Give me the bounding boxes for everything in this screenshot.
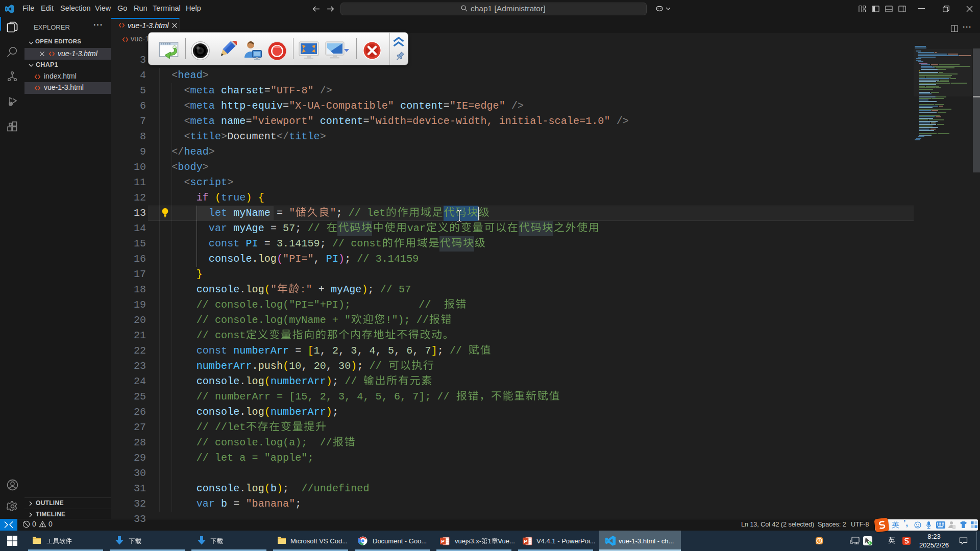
svg-text:P: P <box>441 538 445 544</box>
svg-text:P: P <box>524 538 527 544</box>
